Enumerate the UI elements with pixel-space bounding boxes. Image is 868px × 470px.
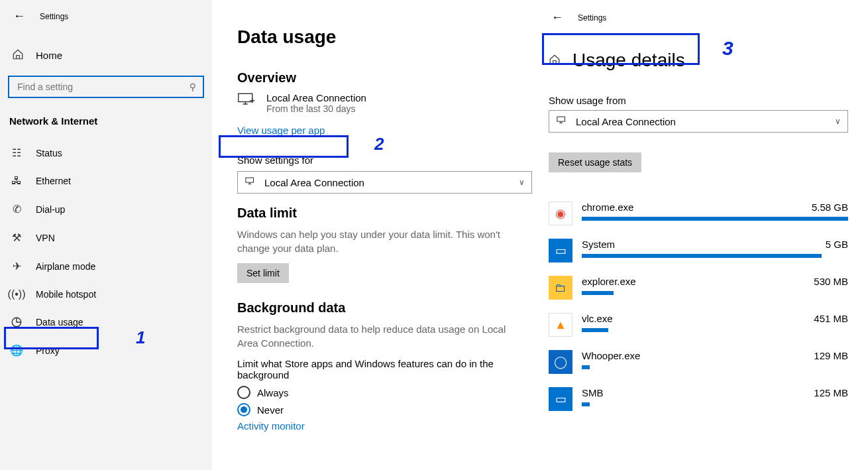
sidebar: ← Settings Home ⚲ Network & Internet ☷ S… <box>0 0 212 470</box>
annotation-number-3: 3 <box>722 37 733 60</box>
main-panel: Data usage Overview Local Area Connectio… <box>212 0 537 470</box>
app-bar-track <box>582 217 848 221</box>
annotation-number-1: 1 <box>136 327 145 348</box>
home-icon <box>12 48 24 62</box>
app-bar-track <box>582 254 848 258</box>
show-usage-label: Show usage from <box>549 95 848 106</box>
app-icon: ◉ <box>549 202 572 225</box>
app-name: explorer.exe <box>582 276 636 287</box>
vpn-icon: ⚒ <box>11 231 23 244</box>
sidebar-item-label: Status <box>36 148 62 158</box>
app-bar <box>582 328 608 332</box>
app-name: chrome.exe <box>582 202 633 213</box>
app-amount: 125 MB <box>814 387 848 398</box>
view-usage-link[interactable]: View usage per app <box>237 125 325 136</box>
app-row[interactable]: ▭SMB125 MB <box>549 387 848 411</box>
screen-icon <box>556 116 569 127</box>
data-limit-heading: Data limit <box>237 206 523 221</box>
activity-monitor-link[interactable]: Activity monitor <box>237 420 305 432</box>
sidebar-item-airplane[interactable]: ✈ Airplane mode <box>0 252 212 280</box>
app-icon: ▭ <box>549 239 572 263</box>
app-name: SMB <box>582 387 604 398</box>
ethernet-icon: 🖧 <box>11 175 23 187</box>
data-limit-desc: Windows can help you stay under your dat… <box>237 227 515 255</box>
back-icon[interactable]: ← <box>13 9 25 23</box>
search-input[interactable] <box>16 81 178 93</box>
page-title: Data usage <box>237 27 523 48</box>
annotation-box-1 <box>4 327 99 349</box>
usage-details-panel: ← Settings Usage details 3 Show usage fr… <box>537 0 868 470</box>
app-amount: 5.58 GB <box>812 202 848 213</box>
annotation-box-3 <box>542 33 700 65</box>
window-title: Settings <box>40 12 68 21</box>
screen-icon <box>237 92 256 109</box>
chevron-down-icon: ∨ <box>835 117 841 126</box>
search-input-wrap[interactable]: ⚲ <box>8 76 204 98</box>
back-icon[interactable]: ← <box>551 11 563 25</box>
sidebar-home[interactable]: Home <box>0 40 212 70</box>
chevron-down-icon: ∨ <box>519 178 525 187</box>
app-bar-track <box>582 402 848 406</box>
show-settings-dropdown[interactable]: Local Area Connection ∨ <box>237 171 532 194</box>
app-amount: 530 MB <box>814 276 848 287</box>
app-icon: 🗀 <box>549 276 572 300</box>
home-label: Home <box>36 50 62 61</box>
show-usage-dropdown[interactable]: Local Area Connection ∨ <box>549 110 848 133</box>
sidebar-item-label: VPN <box>36 233 55 243</box>
radio-always[interactable]: Always <box>237 386 523 399</box>
app-amount: 129 MB <box>814 350 848 361</box>
radio-never[interactable]: Never <box>237 403 523 416</box>
radio-label: Never <box>257 404 284 416</box>
overview-heading: Overview <box>237 70 523 86</box>
svg-rect-2 <box>246 178 254 182</box>
hotspot-icon: ((•)) <box>11 288 23 300</box>
bg-data-desc: Restrict background data to help reduce … <box>237 322 515 350</box>
app-name: System <box>582 239 615 250</box>
app-row[interactable]: ▲vlc.exe451 MB <box>549 313 848 337</box>
app-icon: ◯ <box>549 350 572 374</box>
dialup-icon: ✆ <box>11 203 23 215</box>
sidebar-item-hotspot[interactable]: ((•)) Mobile hotspot <box>0 280 212 308</box>
search-icon: ⚲ <box>190 82 196 92</box>
svg-rect-3 <box>557 117 565 121</box>
sidebar-item-status[interactable]: ☷ Status <box>0 139 212 167</box>
sidebar-item-vpn[interactable]: ⚒ VPN <box>0 223 212 252</box>
screen-icon <box>244 177 258 188</box>
app-usage-list: ◉chrome.exe5.58 GB▭System5 GB🗀explorer.e… <box>549 202 848 411</box>
app-bar-track <box>582 291 848 295</box>
set-limit-button[interactable]: Set limit <box>237 263 289 283</box>
app-icon: ▭ <box>549 387 572 411</box>
app-bar <box>582 365 590 369</box>
sidebar-section-title: Network & Internet <box>0 103 212 139</box>
sidebar-item-ethernet[interactable]: 🖧 Ethernet <box>0 167 212 195</box>
app-name: vlc.exe <box>582 313 613 324</box>
app-row[interactable]: ▭System5 GB <box>549 239 848 263</box>
sidebar-item-label: Mobile hotspot <box>36 289 96 300</box>
status-icon: ☷ <box>11 147 23 159</box>
app-row[interactable]: ◯Whooper.exe129 MB <box>549 350 848 374</box>
annotation-number-2: 2 <box>374 134 384 154</box>
dropdown-value: Local Area Connection <box>264 177 364 188</box>
radio-icon-selected <box>237 403 250 416</box>
radio-icon <box>237 386 250 399</box>
app-icon: ▲ <box>549 313 572 337</box>
reset-usage-button[interactable]: Reset usage stats <box>549 152 641 172</box>
sidebar-item-label: Airplane mode <box>36 261 95 272</box>
app-bar <box>582 402 590 406</box>
bg-data-heading: Background data <box>237 300 523 316</box>
connection-sub: From the last 30 days <box>266 103 366 114</box>
app-name: Whooper.exe <box>582 350 640 361</box>
sidebar-item-label: Dial-up <box>36 204 65 215</box>
bg-limit-label: Limit what Store apps and Windows featur… <box>237 358 502 381</box>
dropdown-value: Local Area Connection <box>576 116 676 127</box>
annotation-box-2 <box>219 135 349 158</box>
radio-label: Always <box>257 387 289 398</box>
connection-name: Local Area Connection <box>266 92 366 103</box>
app-amount: 451 MB <box>814 313 848 324</box>
app-bar <box>582 254 822 258</box>
window-title: Settings <box>578 13 606 23</box>
app-row[interactable]: 🗀explorer.exe530 MB <box>549 276 848 300</box>
sidebar-item-label: Data usage <box>36 317 83 327</box>
app-row[interactable]: ◉chrome.exe5.58 GB <box>549 202 848 225</box>
sidebar-item-dialup[interactable]: ✆ Dial-up <box>0 195 212 223</box>
